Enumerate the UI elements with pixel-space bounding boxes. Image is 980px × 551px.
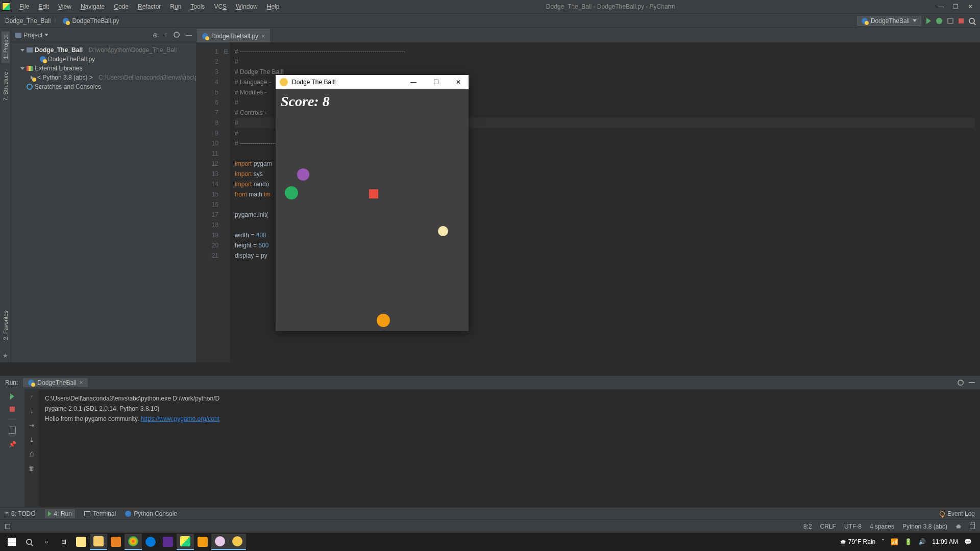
- gear-icon[interactable]: [174, 32, 180, 38]
- tool-tab-project[interactable]: 1: Project: [2, 31, 10, 63]
- menu-navigate[interactable]: Navigate: [77, 2, 109, 12]
- status-indent[interactable]: 4 spaces: [870, 523, 894, 530]
- taskbar-app[interactable]: [159, 534, 177, 550]
- editor-tab-active[interactable]: DodgeTheBall.py ×: [197, 29, 270, 42]
- taskbar-app[interactable]: [142, 534, 159, 550]
- tool-todo[interactable]: ≡ 6: TODO: [5, 510, 36, 517]
- taskbar-app[interactable]: [90, 534, 107, 550]
- game-minimize-icon[interactable]: —: [407, 79, 420, 86]
- menu-vcs[interactable]: VCS: [210, 2, 231, 12]
- tool-python-console[interactable]: Python Console: [125, 510, 177, 517]
- down-icon[interactable]: ↓: [30, 408, 33, 415]
- close-icon[interactable]: ✕: [968, 3, 973, 10]
- notifications-icon[interactable]: 💬: [964, 538, 972, 545]
- pin-icon[interactable]: 📌: [9, 441, 16, 448]
- tool-tab-structure[interactable]: 7: Structure: [2, 68, 10, 105]
- taskbar-search-icon[interactable]: [20, 534, 38, 550]
- tab-close-icon[interactable]: ×: [261, 33, 265, 40]
- project-panel-header[interactable]: Project: [15, 32, 48, 39]
- run-button[interactable]: [926, 18, 931, 24]
- breadcrumb-file[interactable]: DodgeTheBall.py: [72, 17, 119, 24]
- scroll-icon[interactable]: ⤓: [29, 436, 34, 443]
- wrap-icon[interactable]: ⇥: [29, 422, 34, 429]
- tool-tab-favorites[interactable]: 2: Favorites: [2, 307, 10, 344]
- menu-edit[interactable]: Edit: [34, 2, 53, 12]
- taskbar-pycharm[interactable]: [177, 534, 194, 550]
- status-encoding[interactable]: UTF-8: [844, 523, 862, 530]
- tool-run[interactable]: 4: Run: [45, 509, 75, 518]
- stop-button[interactable]: [10, 407, 15, 412]
- search-everywhere-icon[interactable]: [969, 18, 975, 24]
- menu-view[interactable]: View: [54, 2, 76, 12]
- tool-terminal[interactable]: Terminal: [84, 510, 116, 517]
- status-eol[interactable]: CRLF: [820, 523, 836, 530]
- menu-tools[interactable]: Tools: [186, 2, 209, 12]
- game-window[interactable]: Dodge The Ball! — ☐ ✕ Score: 8: [276, 75, 469, 331]
- menu-refactor[interactable]: Refactor: [134, 2, 165, 12]
- taskbar-app[interactable]: [194, 534, 211, 550]
- console-output[interactable]: C:\Users\Dell\anaconda3\envs\abc\python.…: [39, 389, 980, 507]
- tree-python-env[interactable]: < Python 3.8 (abc) > C:\Users\Dell\anaco…: [13, 73, 194, 82]
- tree-external-libs[interactable]: External Libraries: [13, 64, 194, 73]
- tool-windows-icon[interactable]: [5, 524, 10, 529]
- lock-icon[interactable]: [970, 524, 975, 529]
- taskbar-app[interactable]: [125, 534, 142, 550]
- breadcrumb-project[interactable]: Dodge_The_Ball: [5, 17, 51, 24]
- tab-close-icon[interactable]: ×: [79, 379, 83, 386]
- rerun-button[interactable]: [10, 393, 14, 399]
- stop-button[interactable]: [959, 18, 964, 23]
- fold-strip[interactable]: ⊟: [223, 42, 230, 362]
- menu-run[interactable]: Run: [166, 2, 185, 12]
- windows-taskbar[interactable]: ○ ⊟ 🌧 79°F Rain ˄ 📶 🔋 🔊 11:09 AM 💬: [0, 533, 980, 551]
- breadcrumb[interactable]: Dodge_The_Ball 〉 DodgeTheBall.py: [5, 16, 119, 25]
- taskbar-app[interactable]: [211, 534, 229, 550]
- menu-file[interactable]: File: [15, 2, 33, 12]
- hide-icon[interactable]: —: [186, 32, 192, 39]
- game-maximize-icon[interactable]: ☐: [430, 79, 442, 86]
- taskbar-app[interactable]: [107, 534, 125, 550]
- collapse-icon[interactable]: ÷: [164, 32, 167, 39]
- event-log[interactable]: Event Log: [940, 510, 975, 517]
- game-titlebar[interactable]: Dodge The Ball! — ☐ ✕: [276, 75, 469, 89]
- hide-icon[interactable]: [969, 382, 975, 383]
- menu-window[interactable]: Window: [232, 2, 262, 12]
- start-button[interactable]: [3, 534, 20, 550]
- print-icon[interactable]: ⎙: [30, 450, 34, 458]
- layout-button[interactable]: [9, 427, 16, 434]
- maximize-icon[interactable]: ❐: [953, 3, 959, 10]
- battery-icon[interactable]: 🔋: [904, 538, 912, 545]
- cortana-icon[interactable]: ○: [38, 534, 55, 550]
- taskbar-pygame[interactable]: [229, 534, 246, 550]
- weather-widget[interactable]: 🌧 79°F Rain: [840, 538, 875, 545]
- chevron-down-icon[interactable]: [20, 67, 24, 70]
- tree-root[interactable]: Dodge_The_Ball D:\work\python\Dodge_The_…: [13, 45, 194, 55]
- task-view-icon[interactable]: ⊟: [55, 534, 72, 550]
- locate-icon[interactable]: ⊕: [153, 32, 158, 39]
- console-link[interactable]: https://www.pygame.org/cont: [141, 415, 219, 422]
- gear-icon[interactable]: [958, 380, 964, 386]
- minimize-icon[interactable]: —: [938, 3, 944, 10]
- trash-icon[interactable]: 🗑: [29, 465, 35, 472]
- up-icon[interactable]: ↑: [30, 393, 33, 400]
- star-icon[interactable]: ★: [3, 349, 8, 362]
- gutter[interactable]: 1 2 3 4 5 6 7 8 9 10 11 12 13 14 15 16 1…: [196, 42, 223, 362]
- menu-help[interactable]: Help: [263, 2, 284, 12]
- taskbar-app[interactable]: [72, 534, 90, 550]
- project-tree[interactable]: Dodge_The_Ball D:\work\python\Dodge_The_…: [11, 42, 196, 94]
- debug-button[interactable]: [936, 18, 942, 24]
- status-interpreter[interactable]: Python 3.8 (abc): [902, 523, 947, 530]
- menu-code[interactable]: Code: [110, 2, 133, 12]
- status-position[interactable]: 8:2: [803, 523, 812, 530]
- tray-chevron-icon[interactable]: ˄: [881, 538, 885, 545]
- clock[interactable]: 11:09 AM: [932, 538, 958, 545]
- wifi-icon[interactable]: 📶: [891, 538, 898, 545]
- tree-file[interactable]: DodgeTheBall.py: [13, 55, 194, 64]
- game-canvas[interactable]: Score: 8: [276, 89, 469, 331]
- run-config-selector[interactable]: DodgeTheBall: [857, 16, 921, 26]
- volume-icon[interactable]: 🔊: [918, 538, 926, 545]
- chevron-down-icon[interactable]: [20, 49, 24, 52]
- tree-scratches[interactable]: Scratches and Consoles: [13, 82, 194, 91]
- game-close-icon[interactable]: ✕: [452, 79, 464, 86]
- coverage-button[interactable]: [947, 18, 953, 24]
- reader-mode-icon[interactable]: [955, 524, 962, 529]
